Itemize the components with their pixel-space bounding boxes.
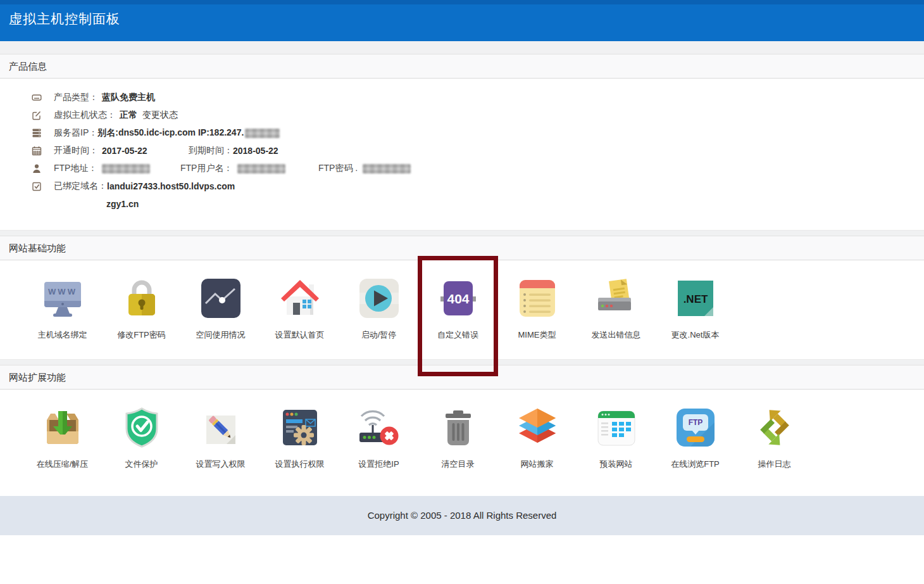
feature-label: 更改.Net版本 [656,329,735,341]
prefab-site-icon [595,406,638,449]
play-icon [358,277,401,320]
svg-text:FTP: FTP [688,418,702,427]
usage-chart-icon [199,277,242,320]
open-time-group: 开通时间： 2017-05-22 [54,145,189,156]
feature-site-move[interactable]: 网站搬家 [497,406,577,488]
row-host-status: 虚拟主机状态： 正常 变更状态 [0,106,924,124]
drive-icon [32,92,42,103]
change-status-link[interactable]: 变更状态 [142,110,178,121]
feature-label: 启动/暂停 [339,329,418,341]
feature-file-protect[interactable]: 文件保护 [102,406,181,488]
ftp-user-group: FTP用户名： [180,163,318,174]
feature-write-permission[interactable]: 设置写入权限 [181,406,260,488]
feature-custom-error[interactable]: 404 自定义错误 [418,277,497,359]
feature-label: 修改FTP密码 [102,329,181,341]
feature-ftp-browse[interactable]: FTP 在线浏览FTP [656,406,735,488]
feature-label: 文件保护 [102,459,181,470]
expire-time-group: 到期时间： 2018-05-22 [189,145,278,156]
feature-deny-ip[interactable]: 设置拒绝IP [339,406,418,488]
svg-text:.NET: .NET [683,293,708,305]
svg-text:404: 404 [447,291,469,306]
feature-label: 主机域名绑定 [23,329,102,341]
basic-features-grid: WWW 主机域名绑定 修改FTP密码 空间使用情 [0,260,924,359]
feature-label: 在线浏览FTP [656,459,735,470]
row-product-type: 产品类型： 蓝队免费主机 [0,89,924,106]
ftp-browser-icon: FTP [674,406,717,449]
extended-features-grid: 在线压缩/解压 文件保护 [0,390,924,488]
feature-zip-unzip[interactable]: 在线压缩/解压 [23,406,102,488]
feature-space-usage[interactable]: 空间使用情况 [181,277,260,359]
feature-mime-type[interactable]: MIME类型 [497,277,577,359]
feature-label: 自定义错误 [418,329,497,341]
copyright-text: Copyright © 2005 - 2018 All Rights Reser… [368,510,557,521]
feature-label: 预装网站 [577,459,656,470]
printer-icon [595,277,638,320]
feature-label: 空间使用情况 [181,329,260,341]
ftp-pass-group: FTP密码 . [318,163,411,174]
blurred-ip [245,129,280,138]
calendar-icon [32,146,42,156]
feature-ftp-password[interactable]: 修改FTP密码 [102,277,181,359]
row-server-ip: 服务器IP： 别名:dns50.idc-icp.com IP:182.247. [0,124,924,142]
feature-label: MIME类型 [497,329,577,341]
open-time-label: 开通时间： [54,145,98,156]
error-404-icon: 404 [437,277,480,320]
feature-domain-bind[interactable]: WWW 主机域名绑定 [23,277,102,359]
expire-time-label: 到期时间： [189,145,233,156]
section-title-basic: 网站基础功能 [0,236,924,260]
expire-time-value: 2018-05-22 [233,146,278,156]
sync-arrows-icon [753,406,796,449]
dotnet-icon: .NET [674,277,717,320]
blurred-ftp-password [363,164,411,174]
product-info-panel: 产品类型： 蓝队免费主机 虚拟主机状态： 正常 变更状态 服务器IP： 别名:d… [0,79,924,230]
feature-label: 网站搬家 [497,459,577,470]
router-deny-icon [358,406,401,449]
row-ftp: FTP地址： FTP用户名： FTP密码 . [0,160,924,177]
feature-label: 设置拒绝IP [339,459,418,470]
feature-prefab-site[interactable]: 预装网站 [577,406,656,488]
www-monitor-icon: WWW [41,277,84,320]
pencil-paper-icon [199,406,242,449]
feature-default-page[interactable]: 设置默认首页 [260,277,339,359]
gear-window-icon [278,406,322,449]
app-header: 虚拟主机控制面板 [0,0,924,41]
section-title-extended: 网站扩展功能 [0,365,924,390]
ftp-addr-group: FTP地址： [54,163,180,174]
server-ip-value: 别名:dns50.idc-icp.com IP:182.247. [97,127,244,139]
lock-icon [120,277,163,320]
blurred-ftp-address [102,164,150,174]
feature-clear-directory[interactable]: 清空目录 [418,406,497,488]
ftp-pass-label: FTP密码 . [318,163,358,174]
feature-label: 清空目录 [418,459,497,470]
blurred-ftp-username [237,164,285,174]
domains-label: 已绑定域名： [54,181,107,192]
mime-list-icon [516,277,559,320]
edit-icon [32,110,42,120]
section-gap [0,359,924,365]
product-type-value: 蓝队免费主机 [102,92,155,103]
feature-exec-permission[interactable]: 设置执行权限 [260,406,339,488]
feature-operation-log[interactable]: 操作日志 [735,406,814,488]
page: { "header": { "title": "虚拟主机控制面板" }, "se… [0,0,924,584]
feature-start-pause[interactable]: 启动/暂停 [339,277,418,359]
feature-label: 发送出错信息 [577,329,656,341]
bound-domain-1: landui27433.host50.ldvps.com [107,181,235,191]
bound-domain-2: zgy1.cn [106,199,139,209]
page-title: 虚拟主机控制面板 [0,4,924,28]
row-domains: 已绑定域名： landui27433.host50.ldvps.com [0,177,924,195]
trash-icon [437,406,480,449]
server-icon [32,128,42,138]
header-sub-strip [0,41,924,54]
section-title-product-info: 产品信息 [0,54,924,79]
host-status-value: 正常 [120,110,137,121]
feature-dotnet-version[interactable]: .NET 更改.Net版本 [656,277,735,359]
feature-label: 设置执行权限 [260,459,339,470]
section-gap [0,230,924,236]
row-dates: 开通时间： 2017-05-22 到期时间： 2018-05-22 [0,142,924,160]
server-ip-label: 服务器IP： [54,127,97,139]
svg-text:WWW: WWW [48,287,77,296]
feature-label: 设置写入权限 [181,459,260,470]
row-domain-2: zgy1.cn [0,195,924,213]
feature-error-report[interactable]: 发送出错信息 [577,277,656,359]
footer: Copyright © 2005 - 2018 All Rights Reser… [0,496,924,535]
